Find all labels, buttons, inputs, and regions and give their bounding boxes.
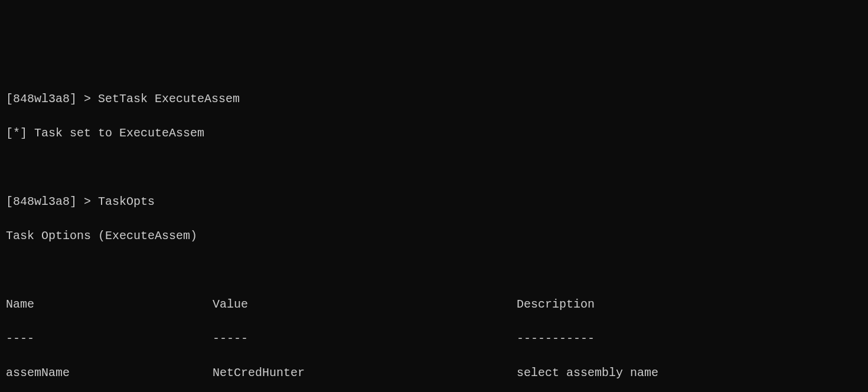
dash-description: ----------- <box>517 330 595 347</box>
settask-line: [848wl3a8] > SetTask ExecuteAssem <box>6 90 862 107</box>
prompt-bracket-open: [ <box>6 92 13 106</box>
header-description: Description <box>517 296 595 313</box>
blank-line <box>6 262 862 279</box>
session-id: 848wl3a8 <box>13 92 70 106</box>
taskopts-header: Task Options (ExecuteAssem) <box>6 227 862 244</box>
prompt-bracket-open: [ <box>6 195 13 208</box>
blank-line <box>6 159 862 176</box>
taskopts-line: [848wl3a8] > TaskOpts <box>6 193 862 210</box>
opt-name: assemName <box>6 364 213 381</box>
opt-value: NetCredHunter <box>213 364 517 381</box>
header-value: Value <box>213 296 517 313</box>
options-header-row: NameValueDescription <box>6 296 862 313</box>
taskopts-command: TaskOpts <box>98 195 155 208</box>
opt-description: select assembly name <box>517 364 658 381</box>
options-dash-row: -------------------- <box>6 330 862 347</box>
settask-response: [*] Task set to ExecuteAssem <box>6 125 862 142</box>
options-row: assemNameNetCredHunterselect assembly na… <box>6 364 862 381</box>
dash-name: ---- <box>6 330 213 347</box>
session-id: 848wl3a8 <box>13 195 70 208</box>
prompt-bracket-close: ] > <box>70 92 98 106</box>
header-name: Name <box>6 296 213 313</box>
prompt-bracket-close: ] > <box>70 195 98 208</box>
settask-command: SetTask ExecuteAssem <box>98 92 240 106</box>
terminal-output: [848wl3a8] > SetTask ExecuteAssem [*] Ta… <box>6 73 862 392</box>
dash-value: ----- <box>213 330 517 347</box>
